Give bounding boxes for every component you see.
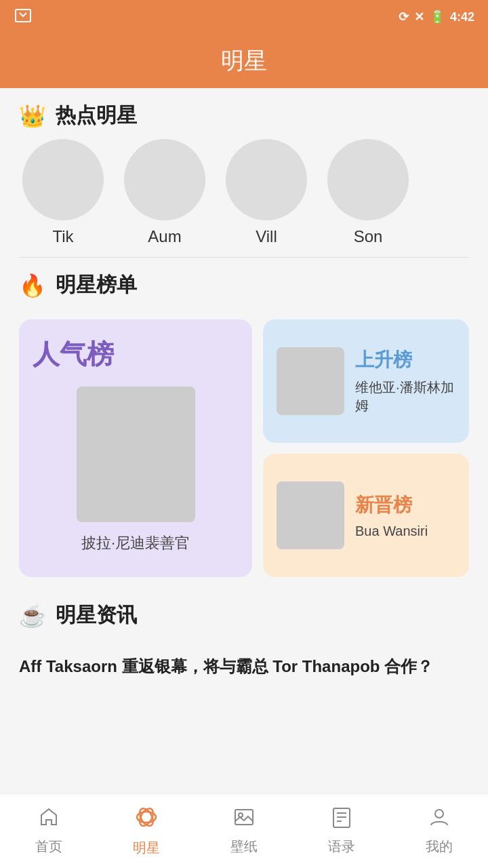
rising-rank-name: 维他亚·潘斯林加姆 xyxy=(355,378,455,415)
new-rank-image xyxy=(277,481,344,549)
popular-rank-name: 披拉·尼迪裴善官 xyxy=(81,533,190,553)
page-header: 明星 xyxy=(0,34,488,88)
status-bar-left xyxy=(14,7,33,26)
popular-rank-card[interactable]: 人气榜 披拉·尼迪裴善官 xyxy=(19,319,252,577)
rankings-title: 明星榜单 xyxy=(56,271,137,299)
star-item-son[interactable]: Son xyxy=(324,139,412,246)
star-item-aum[interactable]: Aum xyxy=(121,139,209,246)
rising-rank-card[interactable]: 上升榜 维他亚·潘斯林加姆 xyxy=(263,319,469,443)
popular-rank-title: 人气榜 xyxy=(33,336,114,373)
rising-rank-info: 上升榜 维他亚·潘斯林加姆 xyxy=(355,347,455,415)
svg-point-3 xyxy=(137,806,156,828)
news-list: Aff Taksaorn 重返银幕，将与霸总 Tor Thanapob 合作？ xyxy=(0,639,488,700)
page-title: 明星 xyxy=(221,45,267,77)
news-section-header: ☕ 明星资讯 xyxy=(0,588,488,639)
rank-col-right: 上升榜 维他亚·潘斯林加姆 新晋榜 Bua Wansiri xyxy=(263,319,469,577)
crown-icon: 👑 xyxy=(19,103,46,129)
new-rank-info: 新晋榜 Bua Wansiri xyxy=(355,492,455,539)
hot-stars-section-header: 👑 热点明星 xyxy=(0,88,488,139)
nav-stars-label: 明星 xyxy=(133,839,160,857)
nav-home-label: 首页 xyxy=(35,837,62,856)
star-avatar-aum xyxy=(124,139,205,220)
rising-rank-title: 上升榜 xyxy=(355,347,455,373)
svg-point-10 xyxy=(435,810,443,818)
popular-rank-image xyxy=(77,387,195,522)
fire-icon: 🔥 xyxy=(19,273,46,298)
news-item-1[interactable]: Aff Taksaorn 重返银幕，将与霸总 Tor Thanapob 合作？ xyxy=(19,644,469,689)
star-avatar-vill xyxy=(226,139,307,220)
nav-profile-label: 我的 xyxy=(426,837,453,856)
quotes-icon xyxy=(331,806,352,833)
rising-rank-image xyxy=(277,347,344,415)
star-item-tik[interactable]: Tik xyxy=(19,139,107,246)
profile-icon xyxy=(428,806,450,833)
nav-quotes-label: 语录 xyxy=(328,837,355,856)
news-item-1-title: Aff Taksaorn 重返银幕，将与霸总 Tor Thanapob 合作？ xyxy=(19,657,433,675)
star-name-son: Son xyxy=(354,227,383,246)
signal-icon: ⟳ xyxy=(399,9,409,24)
star-avatar-son xyxy=(327,139,409,220)
star-name-tik: Tik xyxy=(52,227,73,246)
status-bar: ⟳ ✕ 🔋 4:42 xyxy=(0,0,488,34)
svg-rect-4 xyxy=(235,810,253,825)
status-bar-right: ⟳ ✕ 🔋 4:42 xyxy=(399,9,474,24)
hot-stars-title: 热点明星 xyxy=(56,102,137,130)
star-item-vill[interactable]: Vill xyxy=(222,139,310,246)
nav-quotes[interactable]: 语录 xyxy=(314,801,369,861)
battery-icon: 🔋 xyxy=(430,9,445,24)
new-rank-title: 新晋榜 xyxy=(355,492,455,518)
hot-stars-list: Tik Aum Vill Son xyxy=(0,139,488,257)
wifi-icon: ✕ xyxy=(414,9,424,24)
stars-icon xyxy=(134,805,159,835)
star-name-aum: Aum xyxy=(148,227,181,246)
nav-home[interactable]: 首页 xyxy=(22,801,76,861)
new-rank-card[interactable]: 新晋榜 Bua Wansiri xyxy=(263,454,469,577)
nav-stars[interactable]: 明星 xyxy=(119,800,174,863)
coffee-icon: ☕ xyxy=(19,603,46,629)
nav-wallpaper-label: 壁纸 xyxy=(230,837,258,856)
rankings-section-header: 🔥 明星榜单 xyxy=(0,258,488,309)
star-avatar-tik xyxy=(22,139,104,220)
new-rank-name: Bua Wansiri xyxy=(355,524,455,539)
wallpaper-icon xyxy=(233,806,255,833)
news-title: 明星资讯 xyxy=(56,601,137,629)
bottom-nav: 首页 明星 壁纸 xyxy=(0,793,488,868)
ranking-grid: 人气榜 披拉·尼迪裴善官 上升榜 维他亚·潘斯林加姆 新晋榜 Bua Wansi… xyxy=(0,309,488,588)
star-name-vill: Vill xyxy=(256,227,277,246)
home-icon xyxy=(38,806,60,833)
time-display: 4:42 xyxy=(450,10,474,24)
nav-profile[interactable]: 我的 xyxy=(412,801,466,861)
nav-wallpaper[interactable]: 壁纸 xyxy=(217,801,271,861)
svg-point-5 xyxy=(239,813,243,817)
